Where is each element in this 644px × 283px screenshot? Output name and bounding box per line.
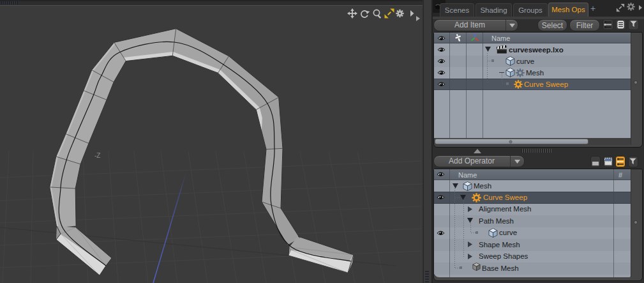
svg-text:-Z: -Z [94, 152, 100, 159]
